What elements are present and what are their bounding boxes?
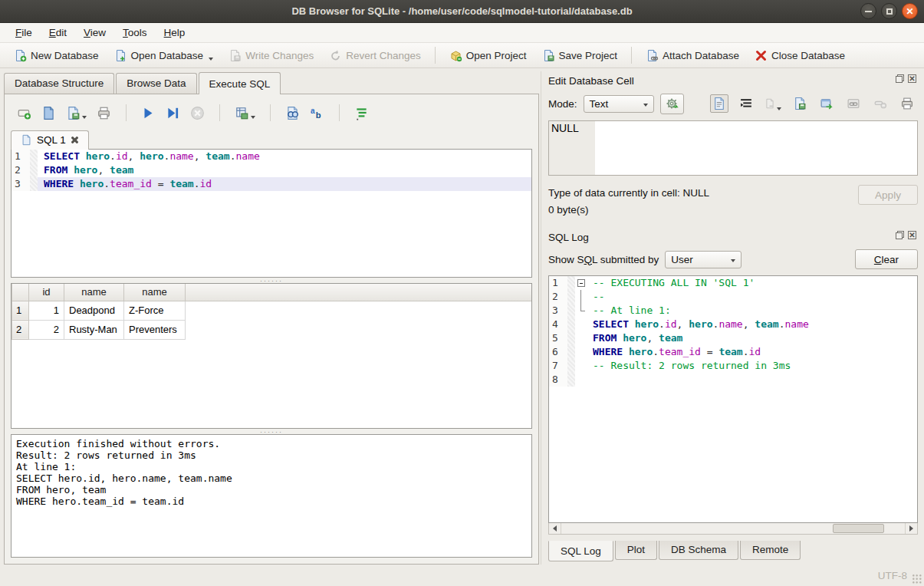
tab-db-schema[interactable]: DB Schema [659,541,738,560]
save-project-button[interactable]: Save Project [536,46,624,65]
results-area: idnamename11DeadpondZ-Force22Rusty-ManPr… [11,283,532,429]
close-dock-icon[interactable]: ✕ [908,231,916,239]
code-line: 4SELECT hero.id, hero.name, team.name [549,318,917,331]
sql-log-title: SQL Log [548,232,589,243]
mode-select[interactable]: Text [584,95,654,113]
gutter-strip [567,373,575,387]
open-database-button[interactable]: Open Database [108,46,220,65]
menu-view[interactable]: View [76,25,113,41]
fold-toggle-icon[interactable] [575,276,587,290]
code-line: 3WHERE hero.team_id = team.id [12,177,531,191]
main-toolbar: New DatabaseOpen DatabaseWrite ChangesRe… [0,43,924,68]
new-database-button[interactable]: New Database [8,46,105,65]
toolbar-button-label: Open Project [466,50,527,61]
format-button[interactable] [354,106,369,120]
print-icon [900,97,914,110]
print-button[interactable] [97,106,111,120]
open-project-button[interactable]: Open Project [443,46,533,65]
save-sql-button[interactable] [791,94,809,113]
sql-editor[interactable]: 1SELECT hero.id, hero.name, team.name2FR… [11,149,532,278]
table-cell[interactable]: Z-Force [124,301,186,320]
toolbar-separator [435,47,436,64]
new-tab-button[interactable] [17,106,31,120]
resize-grip-icon[interactable] [912,574,922,584]
scrollbar-thumb[interactable] [833,524,884,533]
revert-changes-button: Revert Changes [323,46,427,65]
cell-edit-area[interactable] [595,121,917,175]
column-header-name[interactable]: name [124,284,186,301]
close-dock-icon[interactable]: ✕ [908,74,916,83]
tab-sql-log[interactable]: SQL Log [548,541,613,561]
sql-tab[interactable]: SQL 1 [11,130,89,150]
line-number: 5 [549,331,567,345]
scroll-right-button[interactable] [905,523,917,534]
open-sql-button[interactable] [41,106,56,120]
clear-log-button[interactable]: Clear [855,249,918,269]
table-cell[interactable]: Preventers [124,320,186,339]
code-text [587,373,917,387]
table-cell[interactable]: Rusty-Man [64,320,124,339]
auto-mode-button[interactable] [660,94,684,114]
line-number: 7 [549,359,567,373]
row-header[interactable]: 2 [12,320,29,339]
scroll-left-button[interactable] [549,523,561,534]
minimize-button[interactable] [860,3,876,19]
row-header[interactable]: 1 [12,301,29,320]
sql-log-view[interactable]: 1-- EXECUTING ALL IN 'SQL 1'2--3-- At li… [548,275,918,523]
export-results-button[interactable] [235,106,255,120]
tab-execute-sql[interactable]: Execute SQL [199,72,281,94]
save-sql-button[interactable] [66,106,87,120]
maximize-button[interactable] [881,3,897,19]
splitter-handle[interactable]: ······ [11,429,532,434]
attach-database-button[interactable]: Attach Database [640,46,745,65]
code-line: 1SELECT hero.id, hero.name, team.name [12,150,531,163]
close-database-button[interactable]: Close Database [748,46,851,65]
autocomplete-button[interactable] [310,106,324,120]
results-body: 11DeadpondZ-Force22Rusty-ManPreventers [12,301,532,339]
execute-all-button[interactable] [141,106,156,120]
code-line: 2-- [549,290,917,304]
menu-tools[interactable]: Tools [115,25,155,41]
find-button[interactable] [285,106,300,120]
fold-guide [575,345,587,359]
text-mode-icon [712,97,726,110]
column-header-id[interactable]: id [29,284,64,301]
message-line: WHERE hero.team_id = team.id [16,495,527,507]
menu-edit[interactable]: Edit [41,25,74,41]
save-sql-icon [66,106,81,120]
sql-log-dock-header: SQL Log ✕ [548,228,918,246]
toolbar-button-label: Attach Database [663,50,739,61]
print-button[interactable] [898,94,916,113]
scrollbar-track[interactable] [561,523,905,534]
execute-line-button[interactable] [166,106,180,120]
word-wrap-button[interactable] [737,94,755,113]
stop-icon [190,106,205,120]
tab-plot[interactable]: Plot [615,541,657,560]
sql-tab-label: SQL 1 [37,134,66,146]
results-header-row: idnamename [12,284,532,301]
code-text: FROM hero, team [587,331,917,345]
table-cell[interactable]: Deadpond [64,301,124,320]
export-cell-button[interactable] [817,94,836,113]
menu-file[interactable]: File [8,25,40,41]
minimize-icon [865,11,872,12]
table-cell[interactable]: 1 [29,301,64,320]
close-button[interactable]: ✕ [902,3,918,19]
close-tab-icon[interactable] [71,136,79,144]
menu-help[interactable]: Help [156,25,193,41]
table-cell[interactable]: 2 [29,320,64,339]
float-dock-icon[interactable] [896,74,904,83]
text-mode-button[interactable] [710,94,728,113]
cell-value-editor[interactable]: NULL [548,120,918,176]
tab-remote[interactable]: Remote [740,541,801,560]
log-filter-select[interactable]: User [665,251,742,268]
save-sql-icon [793,97,807,110]
tab-browse-data[interactable]: Browse Data [116,73,196,94]
column-header-name[interactable]: name [64,284,124,301]
execute-line-icon [166,106,180,120]
toolbar-button-label: Revert Changes [346,50,421,61]
tab-database-structure[interactable]: Database Structure [4,73,114,94]
horizontal-scrollbar[interactable] [548,523,918,535]
splitter-handle[interactable]: ······ [11,278,532,283]
float-dock-icon[interactable] [896,231,904,239]
